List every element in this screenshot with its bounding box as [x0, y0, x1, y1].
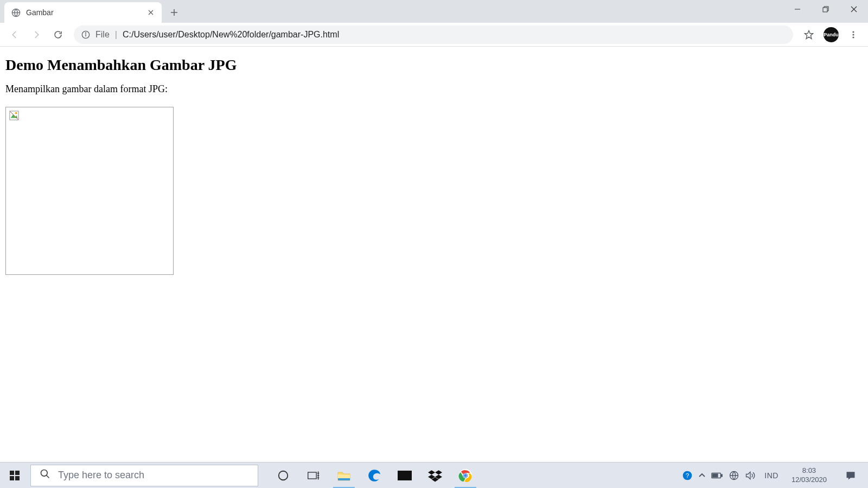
search-placeholder: Type here to search	[58, 470, 144, 481]
globe-icon	[11, 8, 21, 17]
language-indicator[interactable]: IND	[761, 471, 782, 480]
back-button[interactable]	[5, 25, 24, 44]
battery-icon[interactable]	[711, 472, 723, 479]
help-icon[interactable]: ?	[682, 470, 693, 481]
svg-marker-29	[428, 470, 435, 474]
svg-marker-44	[746, 472, 751, 479]
svg-rect-15	[15, 476, 20, 480]
svg-marker-30	[435, 470, 442, 474]
edge-app[interactable]	[359, 463, 390, 489]
tab-strip: Gambar	[0, 0, 868, 23]
start-button[interactable]	[0, 463, 29, 489]
search-icon	[40, 468, 50, 482]
clock-time: 8:03	[802, 466, 816, 476]
close-window-button[interactable]	[840, 0, 868, 18]
url-separator: |	[115, 30, 117, 40]
info-icon	[81, 30, 90, 39]
url-text: C:/Users/user/Desktop/New%20folder/gamba…	[123, 30, 786, 40]
task-view-button[interactable]	[298, 463, 329, 489]
close-tab-button[interactable]	[146, 8, 155, 17]
broken-image	[5, 107, 174, 275]
address-bar[interactable]: File | C:/Users/user/Desktop/New%20folde…	[74, 25, 793, 44]
svg-rect-12	[10, 471, 14, 475]
svg-rect-13	[15, 471, 20, 475]
svg-point-11	[15, 112, 17, 114]
svg-point-4	[85, 33, 86, 33]
chevron-up-icon[interactable]	[698, 472, 706, 479]
reload-button[interactable]	[49, 25, 67, 44]
svg-point-6	[852, 31, 854, 33]
new-tab-button[interactable]	[166, 4, 182, 21]
svg-rect-41	[722, 474, 723, 477]
page-paragraph: Menampilkan gambar dalam format JPG:	[5, 84, 863, 95]
volume-icon[interactable]	[745, 470, 756, 481]
cortana-button[interactable]	[268, 463, 298, 489]
svg-rect-14	[10, 476, 14, 480]
taskbar-search[interactable]: Type here to search	[30, 465, 258, 486]
svg-line-17	[47, 476, 49, 478]
svg-point-8	[852, 36, 854, 38]
network-icon[interactable]	[729, 470, 739, 481]
tab-title: Gambar	[26, 8, 141, 17]
mail-app[interactable]	[390, 463, 420, 489]
browser-toolbar: File | C:/Users/user/Desktop/New%20folde…	[0, 23, 868, 47]
svg-point-7	[852, 34, 854, 35]
svg-text:?: ?	[686, 472, 690, 479]
taskbar-pinned-apps	[268, 463, 481, 488]
menu-button[interactable]	[844, 25, 863, 44]
forward-button[interactable]	[27, 25, 46, 44]
dropbox-app[interactable]	[420, 463, 450, 489]
url-scheme-label: File	[95, 30, 110, 40]
system-tray: ? IND 8:03 12/03/2020	[682, 463, 868, 488]
browser-tab[interactable]: Gambar	[4, 2, 162, 23]
svg-rect-19	[308, 472, 316, 479]
svg-rect-42	[713, 474, 718, 477]
svg-rect-1	[823, 8, 827, 12]
page-content: Demo Menambahkan Gambar JPG Menampilkan …	[0, 47, 868, 280]
file-explorer-app[interactable]	[329, 463, 359, 489]
svg-marker-5	[805, 30, 813, 38]
clock-date: 12/03/2020	[792, 476, 827, 485]
taskbar-clock[interactable]: 8:03 12/03/2020	[787, 466, 831, 485]
chrome-app[interactable]	[450, 463, 481, 489]
svg-point-16	[41, 470, 48, 477]
svg-point-37	[464, 474, 467, 477]
window-controls	[783, 0, 868, 18]
svg-rect-25	[338, 478, 350, 480]
action-center-button[interactable]	[837, 463, 865, 489]
maximize-window-button[interactable]	[812, 0, 840, 18]
page-heading: Demo Menambahkan Gambar JPG	[5, 56, 863, 74]
bookmark-button[interactable]	[800, 25, 818, 44]
browser-window-chrome: Gambar	[0, 0, 868, 47]
profile-avatar[interactable]: Pandu	[824, 27, 839, 42]
svg-point-18	[279, 471, 288, 480]
minimize-window-button[interactable]	[783, 0, 812, 18]
windows-taskbar: Type here to search ?	[0, 462, 868, 488]
broken-image-icon	[9, 111, 19, 120]
